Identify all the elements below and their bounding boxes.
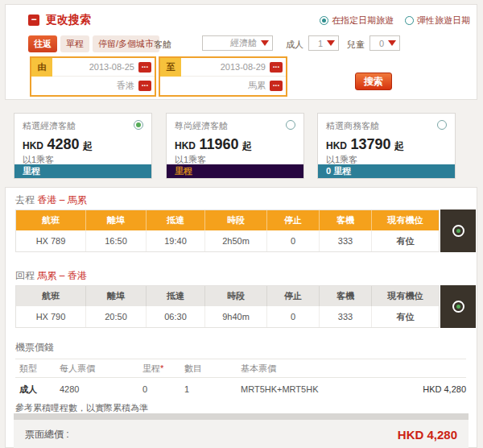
duration: 9h40m xyxy=(205,306,267,327)
col-availability: 現有機位 xyxy=(372,210,439,230)
city-picker-icon[interactable]: ... xyxy=(270,81,283,91)
from-city-row: 香港 ... xyxy=(31,77,155,95)
currency: HKD xyxy=(175,140,196,151)
children-select[interactable]: 0 xyxy=(369,35,400,51)
aircraft: 333 xyxy=(320,230,372,251)
price-suffix: 起 xyxy=(394,140,404,151)
price-suffix: 起 xyxy=(242,140,252,151)
route-cities: 馬累 – 香港 xyxy=(37,270,86,281)
availability-status: 有位 xyxy=(372,306,439,327)
fare-card-price: HKD 11960 起 xyxy=(175,136,252,153)
to-city-input[interactable]: 馬累 xyxy=(160,80,270,92)
mileage-bar: 里程 xyxy=(14,164,151,178)
fare-card-select-business: 精選商務客艙 HKD 13790 起 以1乘客 0 里程 xyxy=(317,113,456,179)
radio-specific-dates[interactable]: 在指定日期旅遊 xyxy=(320,15,394,27)
cabin-label: 客艙 xyxy=(154,39,171,51)
tab-multi-city[interactable]: 停留/多個城市 xyxy=(93,35,159,52)
search-button[interactable]: 搜索 xyxy=(355,73,392,90)
page-title: 更改搜索 xyxy=(46,13,91,27)
fare-card-radio[interactable] xyxy=(437,120,447,130)
col-aircraft: 客機 xyxy=(320,286,372,306)
direction-label: 回程 xyxy=(15,270,35,281)
from-label: 由 xyxy=(31,58,52,77)
select-inbound-flight-button[interactable] xyxy=(440,285,476,328)
col-arrival: 抵達 xyxy=(147,210,205,230)
fare-card-price: HKD 4280 起 xyxy=(23,136,93,153)
col-aircraft: 客機 xyxy=(320,210,372,230)
fare-card-title: 尊尚經濟客艙 xyxy=(175,120,228,132)
duration: 2h50m xyxy=(205,230,267,251)
cabin-value: 經濟艙 xyxy=(230,37,257,49)
select-outbound-flight-button[interactable] xyxy=(440,209,476,252)
currency: HKD xyxy=(23,140,43,151)
calendar-picker-icon[interactable]: ... xyxy=(138,62,151,73)
mileage-note: 參考累積哩程數，以實際累積為準 xyxy=(15,402,148,414)
inbound-flight-table: 航班 離埠 抵達 時段 停止 客機 現有機位 HX 790 20:50 06:3… xyxy=(15,285,476,328)
fare-breakdown-title: 機票價錢 xyxy=(15,341,54,355)
total-divider xyxy=(14,413,469,420)
col-departure: 離埠 xyxy=(86,210,147,230)
availability-status: 有位 xyxy=(372,230,439,251)
collapse-icon[interactable]: − xyxy=(28,15,39,26)
search-panel-header: − 更改搜索 xyxy=(28,13,91,27)
flight-table-main: 航班 離埠 抵達 時段 停止 客機 現有機位 HX 789 16:50 19:4… xyxy=(15,209,440,252)
col-quantity: 數目 xyxy=(184,363,241,375)
departure-time: 16:50 xyxy=(86,230,147,251)
date-mode-options: 在指定日期旅遊 彈性旅遊日期 xyxy=(320,15,470,27)
col-base-fare: 基本票價 xyxy=(241,363,394,375)
fare-card-select-economy: 精選經濟客艙 HKD 4280 起 以1乘客 里程 xyxy=(14,113,152,179)
trip-type-tabs: 往返 單程 停留/多個城市 xyxy=(28,35,159,52)
col-availability: 現有機位 xyxy=(372,286,439,306)
row-total: HKD 4,280 xyxy=(394,384,466,394)
fare-card-price: HKD 13790 起 xyxy=(326,136,404,153)
fare-table-header: 類型 每人票價 里程* 數目 基本票價 xyxy=(15,359,466,378)
stops: 0 xyxy=(267,306,320,327)
selected-flight-radio-icon xyxy=(452,225,464,237)
col-arrival: 抵達 xyxy=(147,286,205,306)
cabin-select[interactable]: 經濟艙 xyxy=(202,35,273,51)
radio-unselected-icon xyxy=(405,16,414,25)
fare-card-title: 精選商務客艙 xyxy=(326,120,379,132)
departure-time: 20:50 xyxy=(86,306,147,327)
selected-flight-radio-icon xyxy=(452,301,464,313)
to-city-row: 馬累 ... xyxy=(160,77,286,95)
tab-one-way[interactable]: 單程 xyxy=(60,35,89,52)
caret-down-icon xyxy=(261,40,269,46)
radio-flexible-dates[interactable]: 彈性旅遊日期 xyxy=(405,15,470,27)
caret-down-icon xyxy=(388,40,396,46)
col-flight: 航班 xyxy=(16,286,86,306)
adults-label: 成人 xyxy=(286,39,303,51)
calendar-picker-icon[interactable]: ... xyxy=(270,62,283,73)
col-duration: 時段 xyxy=(205,286,267,306)
city-picker-icon[interactable]: ... xyxy=(138,81,151,91)
table-row: HX 790 20:50 06:30 9h40m 0 333 有位 xyxy=(16,306,439,327)
fare-per-person: 4280 xyxy=(60,384,142,394)
adults-select[interactable]: 1 xyxy=(308,35,339,51)
tab-round-trip[interactable]: 往返 xyxy=(28,35,57,52)
table-row: HX 789 16:50 19:40 2h50m 0 333 有位 xyxy=(16,230,439,251)
required-asterisk: * xyxy=(160,363,163,373)
price-suffix: 起 xyxy=(83,140,93,151)
flight-table-header: 航班 離埠 抵達 時段 停止 客機 現有機位 xyxy=(16,210,439,230)
search-panel: − 更改搜索 在指定日期旅遊 彈性旅遊日期 往返 單程 停留/多個城市 客艙 經… xyxy=(5,4,477,100)
from-date-row: 由 2013-08-25 ... xyxy=(31,58,155,77)
results-panel: 去程 香港 – 馬累 航班 離埠 抵達 時段 停止 客機 現有機位 HX 789… xyxy=(5,187,477,448)
arrival-time: 06:30 xyxy=(147,306,205,327)
price-amount: 11960 xyxy=(199,136,238,152)
from-city-input[interactable]: 香港 xyxy=(31,80,138,92)
base-fare-code: MRT5HK+MRT5HK xyxy=(241,384,394,394)
passenger-type: 成人 xyxy=(15,384,60,396)
fare-card-radio[interactable] xyxy=(134,120,143,130)
mileage-value: 0 xyxy=(142,384,184,394)
stops: 0 xyxy=(267,230,320,251)
to-date-input[interactable]: 2013-08-29 xyxy=(181,62,270,72)
fare-card-radio[interactable] xyxy=(286,120,295,130)
flight-table-header: 航班 離埠 抵達 時段 停止 客機 現有機位 xyxy=(16,286,439,306)
children-label: 兒童 xyxy=(347,39,365,51)
flight-table-main: 航班 離埠 抵達 時段 停止 客機 現有機位 HX 790 20:50 06:3… xyxy=(15,285,440,328)
fare-table-row: 成人 4280 0 1 MRT5HK+MRT5HK HKD 4,280 xyxy=(15,380,466,399)
total-row: 票面總價 : HKD 4,280 xyxy=(14,420,469,448)
price-amount: 13790 xyxy=(350,136,390,152)
price-amount: 4280 xyxy=(47,136,79,152)
from-date-input[interactable]: 2013-08-25 xyxy=(52,62,138,72)
